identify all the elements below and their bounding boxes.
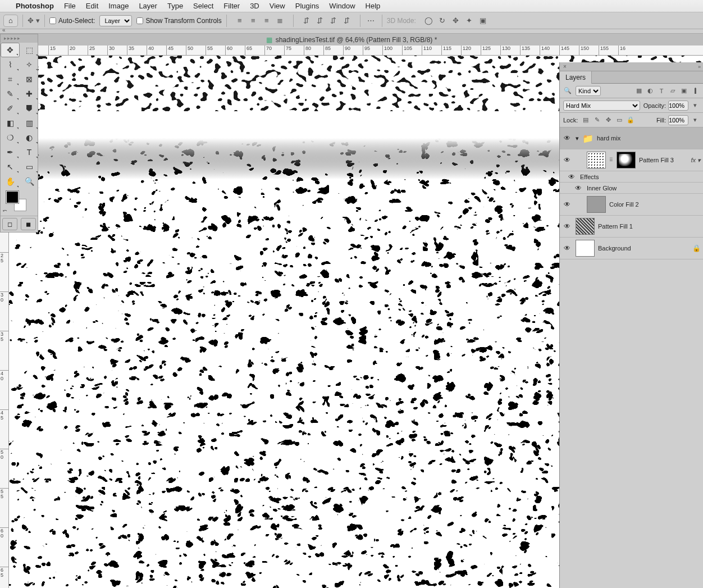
lock-all-icon[interactable]: 🔒	[626, 116, 635, 124]
menu-file[interactable]: File	[64, 2, 76, 10]
panel-handle[interactable]	[0, 29, 703, 34]
opacity-input[interactable]	[668, 101, 688, 111]
menu-window[interactable]: Window	[329, 2, 355, 10]
filter-shape-icon[interactable]: ▱	[668, 87, 677, 95]
eyedropper-tool[interactable]: ✎	[1, 86, 20, 101]
horizontal-ruler[interactable]: 5101520253035404550556065707580859095100…	[9, 45, 703, 56]
filter-kind-select[interactable]: Kind	[576, 86, 601, 96]
menu-view[interactable]: View	[270, 2, 285, 10]
pen-tool[interactable]: ✒	[1, 145, 20, 159]
distribute-h-icon[interactable]: ⇵	[300, 15, 313, 26]
auto-select-target[interactable]: Layer	[99, 15, 132, 26]
show-transform-check[interactable]: Show Transform Controls	[136, 17, 221, 25]
lock-paint-icon[interactable]: ✎	[592, 116, 601, 124]
visibility-toggle[interactable]: 👁	[562, 156, 572, 164]
visibility-toggle[interactable]: 👁	[567, 173, 577, 181]
wand-tool[interactable]: ✧	[20, 57, 39, 72]
layer-item[interactable]: 👁 Color Fill 2	[560, 194, 703, 216]
quickmask-mode-button[interactable]: ◼	[21, 218, 36, 230]
fill-input[interactable]	[668, 115, 688, 125]
menu-help[interactable]: Help	[366, 2, 381, 10]
chevron-down-icon[interactable]: ▾	[691, 102, 700, 110]
chevron-down-icon[interactable]: ▾	[576, 135, 579, 142]
layer-name[interactable]: Background	[598, 245, 631, 252]
foreground-swatch[interactable]	[6, 191, 19, 203]
filter-type-icon[interactable]: T	[657, 87, 666, 95]
path-tool[interactable]: ↖	[1, 159, 20, 174]
healing-tool[interactable]: ✚	[20, 86, 39, 101]
type-tool[interactable]: T	[20, 145, 39, 159]
layer-group[interactable]: 👁 ▾ 📁 hard mix	[560, 127, 703, 149]
roll-icon[interactable]: ↻	[436, 15, 449, 26]
lock-transparent-icon[interactable]: ▤	[581, 116, 590, 124]
menu-layer[interactable]: Layer	[139, 2, 157, 10]
menu-edit[interactable]: Edit	[86, 2, 98, 10]
auto-select-checkbox[interactable]	[49, 17, 56, 24]
zoom-tool[interactable]: 🔍	[20, 174, 39, 189]
link-icon[interactable]: ⠿	[609, 157, 613, 163]
chevron-down-icon[interactable]: ▾	[691, 116, 700, 124]
menu-3d[interactable]: 3D	[250, 2, 259, 10]
effects-header[interactable]: 👁 Effects	[560, 171, 703, 183]
slide-icon[interactable]: ✦	[463, 15, 476, 26]
camera-icon[interactable]: ▣	[477, 15, 489, 26]
filter-smart-icon[interactable]: ▣	[679, 87, 688, 95]
align-left-icon[interactable]: ≡	[234, 15, 246, 26]
lasso-tool[interactable]: ⌇	[1, 57, 20, 72]
layer-name[interactable]: Color Fill 2	[609, 201, 639, 208]
standard-mode-button[interactable]: ◻	[2, 218, 17, 230]
layer-thumb[interactable]	[587, 152, 606, 168]
fx-badge[interactable]: fx ▾	[691, 157, 701, 164]
align-justify-icon[interactable]: ≣	[274, 15, 286, 26]
hand-tool[interactable]: ✋	[1, 174, 20, 189]
distribute-icon[interactable]: ⇵	[327, 15, 340, 26]
visibility-toggle[interactable]: 👁	[562, 134, 572, 142]
layer-thumb[interactable]	[576, 240, 595, 257]
visibility-toggle[interactable]: 👁	[562, 244, 572, 252]
blend-mode-select[interactable]: Hard Mix	[563, 101, 640, 111]
blur-tool[interactable]: ❍	[1, 130, 20, 145]
more-options-icon[interactable]: ⋯	[365, 15, 377, 26]
layer-name[interactable]: hard mix	[597, 135, 620, 142]
show-transform-checkbox[interactable]	[136, 17, 143, 24]
visibility-toggle[interactable]: 👁	[562, 200, 572, 208]
menubar-app[interactable]: Photoshop	[16, 2, 54, 10]
menu-image[interactable]: Image	[108, 2, 129, 10]
auto-select-check[interactable]: Auto-Select:	[49, 17, 95, 25]
visibility-toggle[interactable]: 👁	[562, 222, 572, 230]
align-center-icon[interactable]: ≡	[247, 15, 259, 26]
menu-type[interactable]: Type	[167, 2, 183, 10]
lock-position-icon[interactable]: ✥	[604, 116, 613, 124]
layer-item[interactable]: 👁 Background 🔒	[560, 238, 703, 259]
swap-colors-icon[interactable]: ⤺	[3, 208, 7, 213]
shape-tool[interactable]: ▭	[20, 159, 39, 174]
layer-name[interactable]: Pattern Fill 3	[639, 157, 674, 163]
eraser-tool[interactable]: ◧	[1, 116, 20, 130]
layer-item[interactable]: 👁 Pattern Fill 1	[560, 216, 703, 238]
layer-thumb[interactable]	[587, 196, 606, 213]
layer-item[interactable]: 👁 ⠿ Pattern Fill 3 fx ▾	[560, 149, 703, 171]
distribute-icon2[interactable]: ⇵	[341, 15, 353, 26]
layer-name[interactable]: Pattern Fill 1	[598, 223, 633, 230]
frame-tool[interactable]: ⊠	[20, 72, 39, 86]
filter-pixel-icon[interactable]: ▦	[634, 87, 643, 95]
move-tool[interactable]: ✥	[1, 43, 20, 57]
home-button[interactable]: ⌂	[3, 15, 18, 27]
mask-thumb[interactable]	[617, 152, 636, 168]
stamp-tool[interactable]: ⛊	[20, 101, 39, 116]
layers-tab[interactable]: Layers	[560, 71, 592, 84]
orbit-icon[interactable]: ◯	[423, 15, 435, 26]
brush-tool[interactable]: ✐	[1, 101, 20, 116]
distribute-v-icon[interactable]: ⇵	[314, 15, 326, 26]
marquee-tool[interactable]: ⬚	[20, 43, 39, 57]
filter-toggle-icon[interactable]: ⏽	[691, 87, 700, 95]
search-icon[interactable]: 🔍	[563, 87, 572, 95]
menu-filter[interactable]: Filter	[223, 2, 240, 10]
toolbox-header[interactable]: ▸▸▸▸▸	[1, 34, 38, 43]
menu-plugins[interactable]: Plugins	[295, 2, 319, 10]
align-right-icon[interactable]: ≡	[261, 15, 273, 26]
layer-thumb[interactable]	[576, 218, 595, 235]
crop-tool[interactable]: ⌗	[1, 72, 20, 86]
filter-adjust-icon[interactable]: ◐	[646, 87, 655, 95]
lock-artboard-icon[interactable]: ▭	[615, 116, 624, 124]
